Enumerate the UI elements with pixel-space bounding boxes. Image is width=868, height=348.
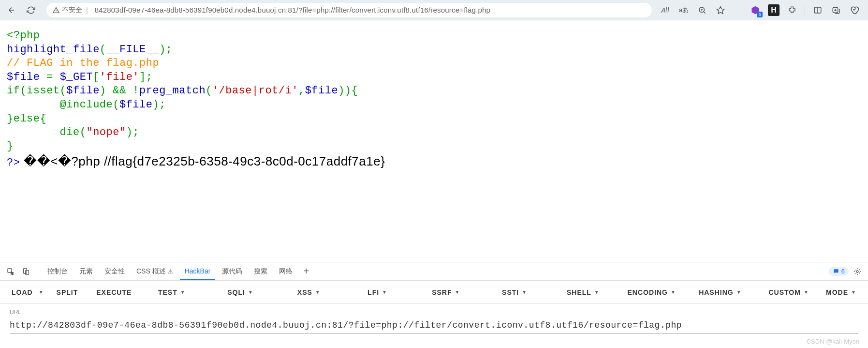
extension-purple-icon[interactable]: 5 [750, 4, 761, 16]
code-token: $file [66, 85, 100, 97]
code-token: ); [126, 126, 139, 138]
message-count: 6 [841, 268, 845, 275]
chevron-down-icon[interactable]: ▼ [39, 289, 44, 295]
code-token: "nope" [86, 126, 126, 138]
hb-split[interactable]: SPLIT [54, 288, 81, 296]
toolbar-divider [805, 5, 805, 15]
translate-icon[interactable]: aあ [678, 4, 690, 16]
insecure-label: 不安全 [62, 6, 82, 15]
hb-test[interactable]: TEST▼ [137, 288, 206, 296]
code-token: 'file' [100, 71, 139, 83]
tab-search[interactable]: 搜索 [249, 262, 272, 280]
code-token: ); [152, 99, 165, 111]
back-button[interactable] [4, 2, 19, 18]
hb-xss[interactable]: XSS▼ [275, 288, 343, 296]
ext-badge: 5 [757, 12, 763, 17]
code-token: , [298, 85, 305, 97]
code-token: die [7, 126, 80, 138]
hb-execute[interactable]: EXECUTE [93, 288, 134, 296]
watermark: CSDN @kali-Myon [807, 338, 859, 345]
hb-hashing[interactable]: HASHING▼ [686, 288, 755, 296]
tab-css[interactable]: CSS 概述 ⚠ [132, 262, 178, 280]
message-badge[interactable]: 6 [829, 267, 849, 276]
code-comment: // FLAG in the flag.php [7, 57, 159, 69]
code-token: ) && ! [100, 85, 139, 97]
code-token: ( [100, 44, 106, 56]
hackbar-toolbar: LOAD ▼ SPLIT EXECUTE TEST▼ SQLI▼ XSS▼ LF… [0, 281, 868, 304]
tab-console[interactable]: 控制台 [43, 262, 73, 280]
devtools-tabs: 控制台 元素 安全性 CSS 概述 ⚠ HackBar 源代码 搜索 网络 + … [0, 262, 868, 281]
url-text: 842803df-09e7-46ea-8db8-56391f90eb0d.nod… [95, 6, 491, 14]
code-token: if(isset( [7, 85, 66, 97]
hb-custom[interactable]: CUSTOM▼ [754, 288, 823, 296]
tab-hackbar[interactable]: HackBar [180, 262, 216, 280]
tab-sources[interactable]: 源代码 [217, 262, 247, 280]
sidebar-icon[interactable] [812, 4, 824, 16]
extension-h-icon[interactable]: H [768, 4, 780, 16]
refresh-button[interactable] [23, 2, 39, 18]
code-token: $file [305, 85, 338, 97]
hb-shell[interactable]: SHELL▼ [549, 288, 618, 296]
page-content: <?php highlight_file(__FILE__); // FLAG … [0, 20, 868, 179]
code-token: } [7, 140, 14, 152]
code-token: <?php [7, 30, 40, 42]
code-token: '/base|rot/i' [212, 85, 298, 97]
code-token: __FILE__ [106, 44, 160, 56]
hb-ssti[interactable]: SSTI▼ [480, 288, 549, 296]
code-token: = [46, 71, 59, 83]
code-token: $file [7, 71, 46, 83]
settings-icon[interactable] [851, 265, 864, 278]
flag-output: ��<�?php //flag{d7e2325b-6358-49c3-8c0d-… [20, 154, 385, 168]
tab-security[interactable]: 安全性 [100, 262, 130, 280]
hb-ssrf[interactable]: SSRF▼ [412, 288, 480, 296]
inspect-icon[interactable] [4, 265, 17, 278]
hackbar-url-section: URL [0, 304, 868, 348]
svg-point-7 [856, 271, 858, 272]
reader-icon[interactable]: A\\ [660, 4, 671, 16]
extensions-icon[interactable] [786, 4, 798, 16]
code-token: ?> [7, 157, 20, 169]
hb-sqli[interactable]: SQLI▼ [206, 288, 275, 296]
tab-network[interactable]: 网络 [274, 262, 297, 280]
hb-encoding[interactable]: ENCODING▼ [618, 288, 686, 296]
device-icon[interactable] [19, 265, 33, 278]
hb-load[interactable]: LOAD [9, 288, 36, 296]
zoom-icon[interactable] [696, 4, 708, 16]
browser-toolbar: 不安全 | 842803df-09e7-46ea-8db8-56391f90eb… [0, 0, 868, 20]
address-bar[interactable]: 不安全 | 842803df-09e7-46ea-8db8-56391f90eb… [46, 3, 652, 17]
code-token: ( [80, 126, 87, 138]
code-token: preg_match [139, 85, 206, 97]
code-token: $_GET [60, 71, 93, 83]
code-token: @include( [7, 99, 119, 111]
toolbar-icons: A\\ aあ 5 H [660, 4, 864, 16]
hb-mode[interactable]: MODE▼ [823, 288, 859, 296]
hb-lfi[interactable]: LFI▼ [343, 288, 412, 296]
url-input[interactable] [10, 318, 858, 333]
add-tab-icon[interactable]: + [299, 265, 313, 278]
devtools-panel: 控制台 元素 安全性 CSS 概述 ⚠ HackBar 源代码 搜索 网络 + … [0, 262, 868, 348]
heart-icon[interactable] [849, 4, 860, 16]
code-token: }else{ [7, 113, 46, 125]
code-token: ( [206, 85, 212, 97]
favorite-icon[interactable] [715, 4, 726, 16]
beta-icon: ⚠ [168, 268, 173, 275]
code-token: highlight_file [7, 44, 100, 56]
collections-icon[interactable] [830, 4, 842, 16]
insecure-icon: 不安全 | [52, 6, 90, 15]
url-label: URL [10, 309, 858, 316]
code-token: )){ [338, 85, 358, 97]
code-token: $file [119, 99, 153, 111]
code-token: ]; [139, 71, 152, 83]
code-token: [ [93, 71, 100, 83]
code-token: ); [159, 44, 172, 56]
tab-elements[interactable]: 元素 [74, 262, 98, 280]
